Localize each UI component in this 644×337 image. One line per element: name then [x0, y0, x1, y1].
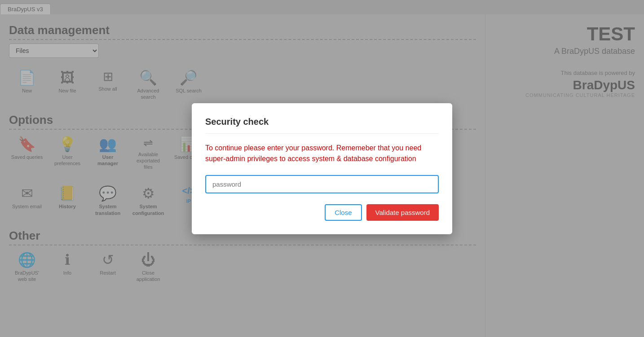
security-dialog: Security check To continue please enter …: [192, 103, 452, 234]
dialog-title: Security check: [205, 117, 439, 134]
dialog-actions: Close Validate password: [205, 204, 439, 221]
password-input[interactable]: [205, 175, 439, 193]
validate-password-button[interactable]: Validate password: [366, 204, 439, 221]
close-button[interactable]: Close: [325, 204, 362, 221]
modal-overlay: Security check To continue please enter …: [0, 0, 644, 337]
dialog-message: To continue please enter your password. …: [205, 143, 439, 164]
